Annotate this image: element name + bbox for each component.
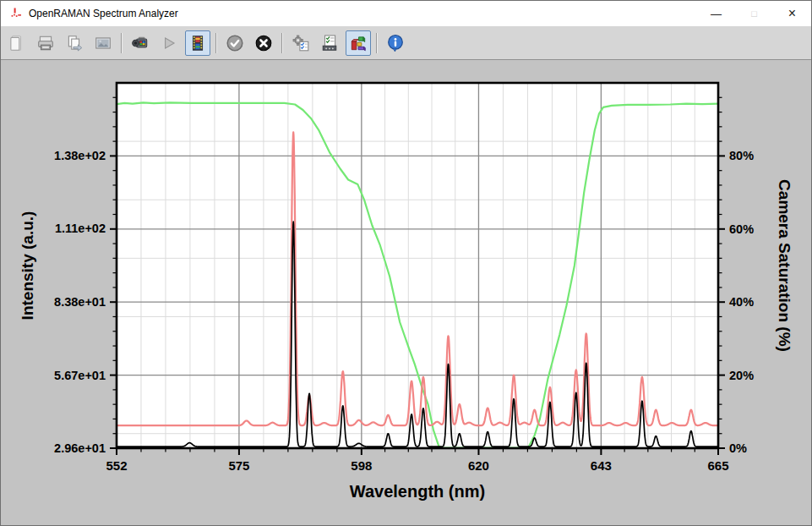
close-button[interactable]: ×	[773, 1, 811, 26]
y-right-tick-label: 40%	[729, 295, 754, 309]
x-tick-label: 598	[351, 458, 372, 473]
y-right-tick-label: 0%	[729, 441, 747, 455]
y-right-tick-label: 20%	[729, 369, 754, 382]
document-icon	[8, 34, 26, 52]
image-icon	[94, 34, 112, 52]
color-blocks-icon	[349, 34, 368, 52]
y-left-tick-label: 1.11e+02	[55, 222, 106, 235]
y-left-tick-label: 2.96e+01	[54, 441, 106, 455]
x-circle-icon	[254, 34, 273, 52]
camera-icon	[131, 34, 150, 52]
toolbar	[1, 26, 811, 60]
save-button[interactable]	[33, 30, 58, 56]
chart-panel: 5525755986206436652.96e+015.67e+018.38e+…	[1, 60, 811, 525]
checklist-icon	[320, 34, 339, 52]
plot-area	[117, 83, 718, 448]
x-tick-label: 552	[106, 458, 127, 473]
y-left-tick-label: 1.38e+02	[54, 149, 106, 162]
copy-icon	[65, 34, 84, 52]
app-window: OpenRAMAN Spectrum Analyzer —□× 55257559…	[0, 0, 812, 526]
y-left-tick-label: 5.67e+01	[54, 369, 106, 382]
copy-button[interactable]	[62, 30, 87, 56]
window-controls: —□×	[697, 1, 811, 26]
gear-tasks-icon	[292, 34, 310, 52]
camera-button[interactable]	[128, 30, 153, 56]
accept-button[interactable]	[222, 30, 248, 56]
about-button[interactable]	[383, 30, 408, 56]
spectrum-chart: 5525755986206436652.96e+015.67e+018.38e+…	[1, 60, 811, 525]
x-tick-label: 620	[468, 458, 489, 473]
export-icon	[36, 34, 55, 52]
x-tick-label: 643	[591, 458, 612, 473]
display-options-button[interactable]	[346, 30, 371, 56]
check-circle-icon	[226, 34, 244, 52]
play-button[interactable]	[156, 30, 182, 56]
y-right-tick-label: 80%	[729, 149, 754, 162]
play-icon	[160, 34, 178, 52]
x-tick-label: 575	[228, 458, 249, 473]
toolbar-separator	[376, 33, 378, 53]
settings-button[interactable]	[288, 30, 313, 56]
x-tick-label: 665	[707, 458, 728, 473]
snapshot-button[interactable]	[90, 30, 116, 56]
y-left-tick-label: 8.38e+01	[54, 295, 106, 309]
window-title: OpenRAMAN Spectrum Analyzer	[29, 8, 178, 19]
title-bar: OpenRAMAN Spectrum Analyzer —□×	[1, 1, 811, 26]
live-view-button[interactable]	[185, 30, 210, 56]
maximize-button[interactable]: □	[735, 1, 773, 26]
x-axis-title: Wavelength (nm)	[350, 482, 485, 501]
info-icon	[386, 34, 405, 52]
cancel-button[interactable]	[251, 30, 276, 56]
y-right-tick-label: 60%	[729, 222, 754, 236]
minimize-button[interactable]: —	[697, 1, 735, 26]
app-icon	[8, 7, 22, 20]
filmstrip-icon	[188, 34, 207, 52]
toolbar-separator	[215, 33, 217, 53]
y-right-axis-title: Camera Saturation (%)	[776, 179, 793, 352]
y-left-axis-title: Intensity (a.u.)	[19, 211, 36, 321]
toolbar-separator	[121, 33, 123, 53]
options-button[interactable]	[317, 30, 342, 56]
new-acquisition-button[interactable]	[4, 30, 30, 56]
toolbar-separator	[281, 33, 283, 53]
